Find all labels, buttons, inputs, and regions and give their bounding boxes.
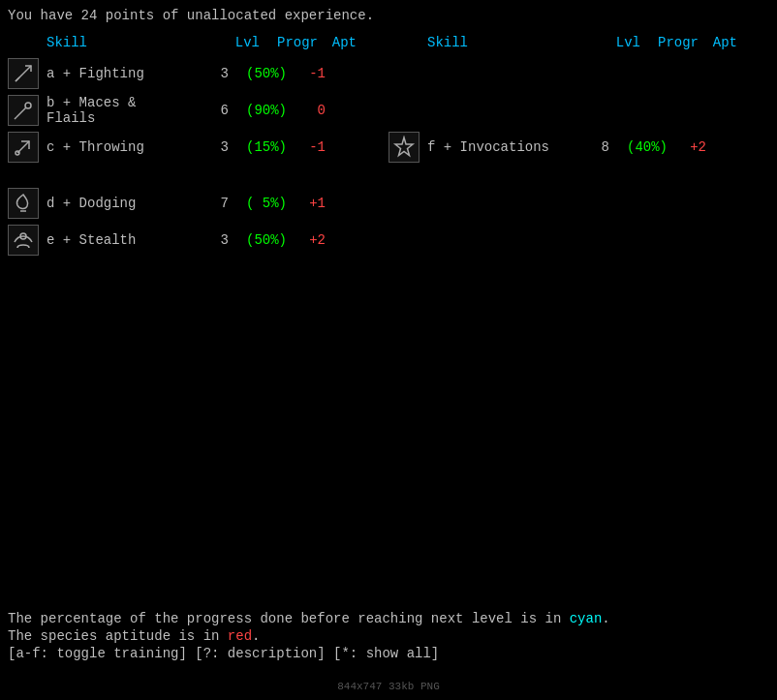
stealth-progr: (50%) bbox=[229, 232, 287, 248]
dodging-apt: +1 bbox=[287, 196, 326, 211]
left-header-lvl: Lvl bbox=[221, 35, 260, 50]
invocations-progr: (40%) bbox=[609, 139, 668, 155]
bottom-info: The percentage of the progress done befo… bbox=[8, 611, 610, 661]
image-info: 844x747 33kb PNG bbox=[337, 681, 440, 692]
stealth-lvl: 3 bbox=[190, 232, 229, 248]
right-header-apt: Apt bbox=[699, 35, 737, 50]
throwing-name: c + Throwing bbox=[47, 139, 190, 155]
left-header-apt: Apt bbox=[318, 35, 357, 50]
invocations-name: f + Invocations bbox=[427, 139, 571, 155]
dodging-name: d + Dodging bbox=[47, 196, 190, 211]
right-header-progr: Progr bbox=[640, 35, 699, 50]
throwing-apt: -1 bbox=[287, 139, 326, 155]
svg-point-3 bbox=[25, 103, 31, 108]
skill-row-fighting[interactable]: a + Fighting 3 (50%) -1 bbox=[8, 58, 388, 89]
throwing-icon bbox=[8, 132, 39, 163]
fighting-icon bbox=[8, 58, 39, 89]
left-header-progr: Progr bbox=[260, 35, 318, 50]
throwing-progr: (15%) bbox=[229, 139, 287, 155]
fighting-name: a + Fighting bbox=[47, 66, 190, 81]
footer-line-1: The percentage of the progress done befo… bbox=[8, 611, 610, 626]
skill-row-invocations[interactable]: f + Invocations 8 (40%) +2 bbox=[388, 132, 769, 163]
invocations-lvl: 8 bbox=[571, 139, 609, 155]
maces-lvl: 6 bbox=[190, 103, 229, 118]
right-skill-column: Skill Lvl Progr Apt f + Invocations 8 (4… bbox=[388, 35, 769, 261]
invocations-icon bbox=[388, 132, 420, 163]
stealth-icon bbox=[8, 225, 39, 256]
dodging-icon bbox=[8, 188, 39, 219]
right-header-skill: Skill bbox=[427, 35, 602, 50]
skill-row-throwing[interactable]: c + Throwing 3 (15%) -1 bbox=[8, 132, 388, 163]
fighting-apt: -1 bbox=[287, 66, 326, 81]
left-header: Skill Lvl Progr Apt bbox=[8, 35, 388, 50]
maces-icon bbox=[8, 95, 39, 126]
right-header-lvl: Lvl bbox=[602, 35, 640, 50]
status-line: You have 24 points of unallocated experi… bbox=[8, 8, 769, 23]
fighting-lvl: 3 bbox=[190, 66, 229, 81]
invocations-apt: +2 bbox=[668, 139, 706, 155]
footer-keys: [a-f: toggle training] [?: description] … bbox=[8, 646, 610, 661]
left-skill-column: Skill Lvl Progr Apt a + Fighting 3 (50%)… bbox=[8, 35, 388, 261]
fighting-progr: (50%) bbox=[229, 66, 287, 81]
skills-container: Skill Lvl Progr Apt a + Fighting 3 (50%)… bbox=[8, 35, 769, 261]
svg-line-4 bbox=[15, 117, 16, 119]
stealth-apt: +2 bbox=[287, 232, 326, 248]
left-header-skill: Skill bbox=[47, 35, 221, 50]
footer-line-2: The species aptitude is in red. bbox=[8, 628, 610, 644]
dodging-lvl: 7 bbox=[190, 196, 229, 211]
maces-apt: 0 bbox=[287, 103, 326, 118]
dodging-progr: ( 5%) bbox=[229, 196, 287, 211]
skill-row-dodging[interactable]: d + Dodging 7 ( 5%) +1 bbox=[8, 188, 388, 219]
maces-progr: (90%) bbox=[229, 103, 287, 118]
right-header: Skill Lvl Progr Apt bbox=[388, 35, 769, 50]
stealth-name: e + Stealth bbox=[47, 232, 190, 248]
skill-row-stealth[interactable]: e + Stealth 3 (50%) +2 bbox=[8, 225, 388, 256]
throwing-lvl: 3 bbox=[190, 139, 229, 155]
svg-line-2 bbox=[16, 107, 26, 117]
svg-line-1 bbox=[16, 77, 19, 81]
maces-name: b + Maces & Flails bbox=[47, 95, 190, 126]
skill-row-maces[interactable]: b + Maces & Flails 6 (90%) 0 bbox=[8, 95, 388, 126]
